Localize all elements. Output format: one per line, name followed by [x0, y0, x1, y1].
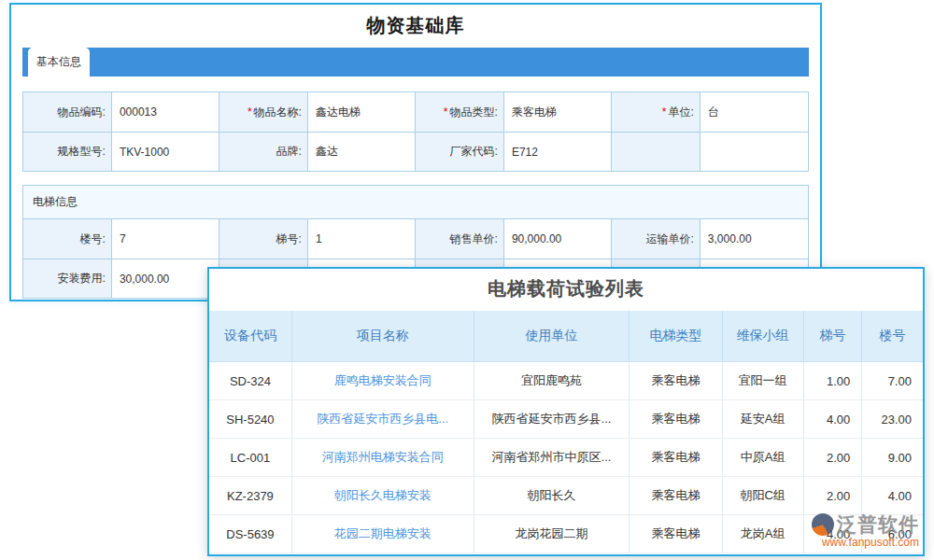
- list-title: 电梯载荷试验列表: [209, 276, 923, 301]
- field-label-text: 运输单价:: [646, 231, 694, 247]
- form-row: 楼号: 7 梯号: 1 销售单价: 90,000.00 运输单价: 3,000.…: [23, 219, 808, 259]
- field-label-transport-price: 运输单价:: [612, 219, 700, 259]
- tab-bar: 基本信息: [22, 48, 809, 77]
- cell-project-name: 陕西省延安市西乡县电...: [291, 400, 474, 438]
- field-label-text: 楼号:: [80, 231, 106, 247]
- cell-elevator-type: 乘客电梯: [629, 477, 721, 514]
- cell-maintenance-group: 延安A组: [722, 400, 803, 438]
- field-label-unit: *单位:: [612, 92, 700, 132]
- field-value-brand[interactable]: 鑫达: [308, 132, 416, 171]
- field-label-building-no: 楼号:: [23, 219, 112, 259]
- cell-elevator-type: 乘客电梯: [629, 439, 721, 476]
- cell-building-no: 4.00: [861, 477, 923, 514]
- tab-basic-info[interactable]: 基本信息: [28, 48, 90, 77]
- field-label-text: 厂家代码:: [450, 144, 498, 160]
- cell-lift-no: 4.00: [803, 400, 862, 438]
- cell-lift-no: 4.00: [803, 515, 862, 553]
- field-label-vendor-code: 厂家代码:: [416, 132, 504, 171]
- material-base-window: 物资基础库 基本信息 物品编码: 000013 *物品名称: 鑫达电梯 *物品类…: [9, 3, 822, 301]
- form-row: 规格型号: TKV-1000 品牌: 鑫达 厂家代码: E712: [23, 132, 808, 171]
- table-row: KZ-2379 朝阳长久电梯安装 朝阳长久 乘客电梯 朝阳C组 2.00 4.0…: [209, 477, 923, 515]
- field-value-transport-price[interactable]: 3,000.00: [700, 219, 808, 259]
- field-value-lift-no[interactable]: 1: [308, 219, 416, 259]
- field-label-text: 物品名称:: [254, 105, 302, 120]
- field-label-text: 梯号:: [276, 231, 302, 247]
- column-header-maintenance-group: 维保小组: [722, 311, 803, 361]
- field-value-vendor-code[interactable]: E712: [504, 132, 612, 171]
- field-value-install-fee[interactable]: 30,000.00: [112, 259, 219, 298]
- field-label-text: 销售单价:: [450, 231, 498, 247]
- cell-maintenance-group: 朝阳C组: [722, 477, 803, 514]
- table-header-row: 设备代码 项目名称 使用单位 电梯类型 维保小组 梯号 楼号: [209, 311, 923, 362]
- cell-using-unit: 陕西省延安市西乡县...: [474, 400, 630, 438]
- field-value-item-code[interactable]: 000013: [112, 92, 219, 132]
- cell-device-code: LC-001: [209, 439, 291, 476]
- cell-maintenance-group: 中原A组: [722, 439, 803, 476]
- field-label-brand: 品牌:: [219, 132, 308, 171]
- cell-using-unit: 河南省郑州市中原区...: [474, 439, 630, 476]
- project-link[interactable]: 陕西省延安市西乡县电...: [317, 411, 448, 427]
- cell-maintenance-group: 龙岗A组: [722, 515, 803, 553]
- field-label-item-code: 物品编码:: [23, 92, 112, 132]
- field-label-text: 物品类型:: [450, 105, 498, 120]
- cell-lift-no: 2.00: [803, 439, 862, 476]
- field-label-text: 单位:: [669, 105, 694, 120]
- field-label-item-type: *物品类型:: [416, 92, 504, 132]
- basic-info-table: 物品编码: 000013 *物品名称: 鑫达电梯 *物品类型: 乘客电梯 *单位…: [22, 91, 809, 172]
- field-value-item-name[interactable]: 鑫达电梯: [308, 92, 416, 132]
- screen: 物资基础库 基本信息 物品编码: 000013 *物品名称: 鑫达电梯 *物品类…: [0, 0, 934, 560]
- field-label-text: 规格型号:: [58, 144, 106, 160]
- table-row: SD-324 鹿鸣电梯安装合同 宜阳鹿鸣苑 乘客电梯 宜阳一组 1.00 7.0…: [209, 362, 923, 400]
- field-value-item-type[interactable]: 乘客电梯: [504, 92, 612, 132]
- project-link[interactable]: 鹿鸣电梯安装合同: [334, 372, 432, 389]
- cell-building-no: 23.00: [861, 400, 923, 438]
- load-test-list-window: 电梯载荷试验列表 设备代码 项目名称 使用单位 电梯类型 维保小组 梯号 楼号 …: [207, 267, 925, 556]
- field-label-spec-model: 规格型号:: [23, 132, 112, 171]
- field-value-spec-model[interactable]: TKV-1000: [112, 132, 219, 171]
- column-header-using-unit: 使用单位: [474, 311, 630, 361]
- field-label-lift-no: 梯号:: [219, 219, 308, 259]
- cell-building-no: 6.00: [861, 515, 923, 553]
- project-link[interactable]: 河南郑州电梯安装合同: [322, 449, 444, 466]
- field-label-sale-price: 销售单价:: [416, 219, 504, 259]
- field-value-empty: [700, 132, 808, 171]
- field-value-sale-price[interactable]: 90,000.00: [504, 219, 612, 259]
- cell-elevator-type: 乘客电梯: [629, 515, 721, 553]
- cell-maintenance-group: 宜阳一组: [722, 362, 803, 399]
- cell-elevator-type: 乘客电梯: [629, 400, 721, 438]
- required-marker: *: [444, 105, 448, 119]
- field-value-unit[interactable]: 台: [700, 92, 808, 132]
- required-marker: *: [662, 105, 667, 119]
- field-label-item-name: *物品名称:: [219, 92, 308, 132]
- cell-building-no: 9.00: [861, 439, 923, 476]
- cell-using-unit: 宜阳鹿鸣苑: [474, 362, 630, 399]
- table-row: LC-001 河南郑州电梯安装合同 河南省郑州市中原区... 乘客电梯 中原A组…: [209, 439, 923, 477]
- column-header-project-name: 项目名称: [291, 311, 474, 361]
- cell-project-name: 河南郑州电梯安装合同: [291, 439, 474, 476]
- cell-device-code: SD-324: [209, 362, 291, 399]
- project-link[interactable]: 朝阳长久电梯安装: [334, 487, 432, 504]
- cell-lift-no: 2.00: [803, 477, 862, 514]
- cell-lift-no: 1.00: [803, 362, 862, 399]
- cell-using-unit: 朝阳长久: [474, 477, 630, 514]
- project-link[interactable]: 花园二期电梯安装: [334, 525, 432, 542]
- field-value-building-no[interactable]: 7: [112, 219, 219, 259]
- form-row: 物品编码: 000013 *物品名称: 鑫达电梯 *物品类型: 乘客电梯 *单位…: [23, 92, 808, 132]
- field-label-text: 安装费用:: [58, 271, 106, 287]
- column-header-building-no: 楼号: [861, 311, 923, 361]
- cell-device-code: SH-5240: [209, 400, 291, 438]
- table-row: SH-5240 陕西省延安市西乡县电... 陕西省延安市西乡县... 乘客电梯 …: [209, 400, 923, 439]
- cell-project-name: 朝阳长久电梯安装: [291, 477, 474, 514]
- cell-device-code: DS-5639: [209, 515, 291, 553]
- column-header-elevator-type: 电梯类型: [629, 311, 721, 361]
- table-row: DS-5639 花园二期电梯安装 龙岗花园二期 乘客电梯 龙岗A组 4.00 6…: [209, 515, 923, 553]
- field-label-text: 品牌:: [276, 144, 302, 160]
- column-header-lift-no: 梯号: [803, 311, 862, 361]
- cell-elevator-type: 乘客电梯: [629, 362, 721, 399]
- column-header-device-code: 设备代码: [209, 311, 291, 361]
- cell-using-unit: 龙岗花园二期: [474, 515, 630, 553]
- cell-project-name: 鹿鸣电梯安装合同: [291, 362, 474, 399]
- field-label-empty: [612, 132, 700, 171]
- page-title: 物资基础库: [11, 13, 820, 38]
- field-label-text: 物品编码:: [58, 105, 106, 120]
